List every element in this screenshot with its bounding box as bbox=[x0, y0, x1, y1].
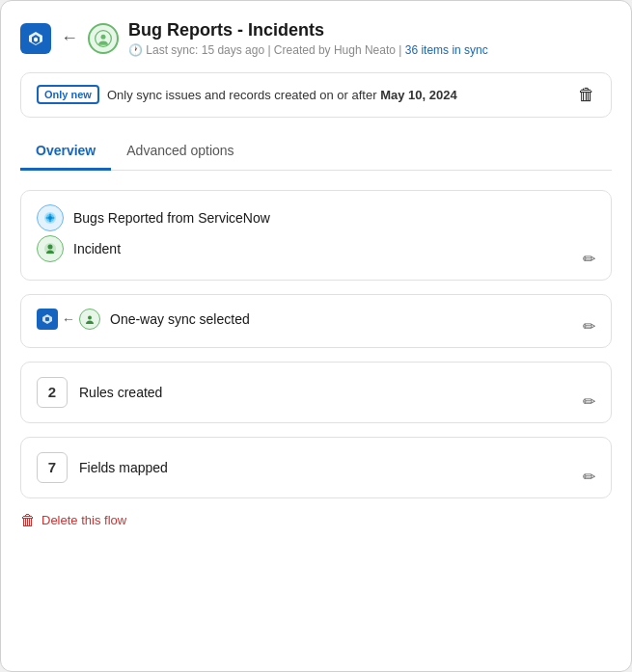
tab-overview[interactable]: Overview bbox=[20, 133, 111, 171]
tab-advanced-options[interactable]: Advanced options bbox=[111, 133, 249, 171]
rules-card: 2 Rules created ✏ bbox=[20, 362, 612, 423]
sync-source-icon bbox=[37, 309, 58, 330]
rules-edit-icon[interactable]: ✏ bbox=[583, 392, 595, 411]
svg-point-8 bbox=[88, 315, 92, 319]
logo-icon bbox=[20, 23, 51, 54]
rules-label: Rules created bbox=[79, 385, 162, 400]
rules-count-box: 2 bbox=[37, 377, 68, 408]
sources-edit-icon[interactable]: ✏ bbox=[583, 250, 595, 268]
svg-point-6 bbox=[48, 244, 53, 249]
sources-card: Bugs Reported from ServiceNow Incident ✏ bbox=[20, 190, 612, 281]
fields-label: Fields mapped bbox=[79, 460, 168, 475]
sync-arrow-icon: ← bbox=[62, 311, 75, 327]
sync-direction-card: ← One-way sync selected ✏ bbox=[20, 294, 612, 348]
sync-direction-label: One-way sync selected bbox=[110, 311, 595, 327]
sync-target-icon bbox=[79, 309, 100, 330]
fields-count-box: 7 bbox=[37, 452, 68, 483]
filter-description: Only sync issues and records created on … bbox=[107, 88, 457, 102]
sync-link[interactable]: 36 items in sync bbox=[405, 43, 488, 57]
filter-content: Only new Only sync issues and records cr… bbox=[37, 85, 457, 104]
tabs-bar: Overview Advanced options bbox=[20, 133, 612, 171]
source-row-bugs: Bugs Reported from ServiceNow bbox=[37, 204, 595, 231]
target-app-icon bbox=[88, 23, 119, 54]
delete-flow-button[interactable]: 🗑 Delete this flow bbox=[20, 512, 612, 529]
main-window: ← Bug Reports - Incidents 🕐 Last sync: 1… bbox=[0, 0, 632, 672]
page-title: Bug Reports - Incidents bbox=[128, 20, 612, 41]
header-text-block: Bug Reports - Incidents 🕐 Last sync: 15 … bbox=[128, 20, 612, 57]
filter-banner: Only new Only sync issues and records cr… bbox=[20, 72, 612, 118]
sync-direction-edit-icon[interactable]: ✏ bbox=[583, 317, 595, 336]
sync-direction-icons: ← bbox=[37, 309, 100, 330]
delete-flow-label: Delete this flow bbox=[41, 513, 126, 527]
clock-icon: 🕐 bbox=[128, 43, 143, 57]
filter-delete-icon[interactable]: 🗑 bbox=[578, 85, 595, 105]
header: ← Bug Reports - Incidents 🕐 Last sync: 1… bbox=[20, 20, 612, 57]
service-now-icon bbox=[37, 204, 64, 231]
svg-point-1 bbox=[101, 35, 106, 40]
svg-point-4 bbox=[48, 216, 52, 220]
fields-card: 7 Fields mapped ✏ bbox=[20, 437, 612, 498]
back-arrow-icon[interactable]: ← bbox=[61, 28, 78, 48]
source-bugs-label: Bugs Reported from ServiceNow bbox=[73, 210, 595, 226]
svg-rect-7 bbox=[45, 317, 49, 321]
incident-icon bbox=[37, 235, 64, 262]
fields-edit-icon[interactable]: ✏ bbox=[583, 468, 595, 486]
delete-flow-icon: 🗑 bbox=[20, 512, 36, 529]
source-incident-label: Incident bbox=[73, 241, 595, 256]
source-row-incident: Incident bbox=[37, 235, 595, 262]
only-new-badge[interactable]: Only new bbox=[37, 85, 99, 104]
header-meta: 🕐 Last sync: 15 days ago | Created by Hu… bbox=[128, 43, 612, 57]
sync-direction-row: ← One-way sync selected bbox=[37, 309, 595, 330]
